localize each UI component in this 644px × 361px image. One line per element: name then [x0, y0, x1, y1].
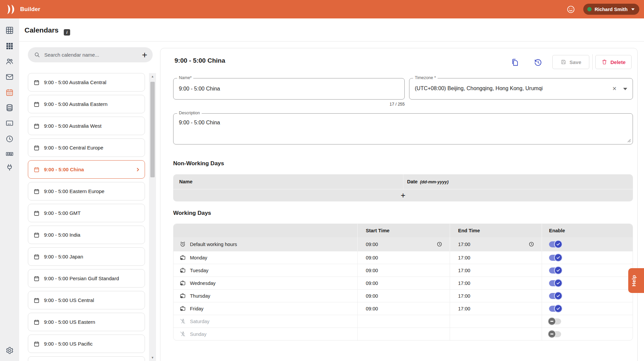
help-label: Help	[631, 275, 637, 287]
calendar-list-item[interactable]: 9:00 - 5:00 Australia Central	[28, 73, 145, 92]
end-time-value[interactable]: 17:00	[458, 242, 470, 247]
non-working-days-header: Name Date (dd-mm-yyyy)	[173, 174, 633, 189]
save-button[interactable]: Save	[552, 55, 589, 69]
start-time-value[interactable]: 09:00	[366, 293, 378, 299]
briefcase-clock-icon	[180, 293, 186, 299]
row-label: Tuesday	[190, 268, 208, 273]
check-icon	[556, 294, 560, 298]
calendar-list-item-selected[interactable]: 9:00 - 5:00 China	[28, 160, 145, 179]
delete-label: Delete	[610, 59, 626, 65]
database-icon	[5, 104, 14, 112]
enable-toggle[interactable]	[549, 318, 561, 324]
sidebar-item-users[interactable]	[5, 57, 14, 66]
description-textarea[interactable]: 9:00 - 5:00 China	[174, 114, 633, 144]
calendar-list-item[interactable]: 9:00 - 5:00 Eastern Europe	[28, 182, 145, 200]
table-row-sunday: Sunday	[174, 327, 633, 340]
calendar-list-item[interactable]: 9:00 - 5:00 US Central	[28, 291, 145, 309]
calendar-list-item[interactable]: 9:00 - 5:00 Central Europe	[28, 138, 145, 157]
calendar-name: 9:00 - 5:00 Australia Eastern	[44, 101, 107, 107]
user-menu[interactable]: Richard Smith	[583, 4, 639, 15]
start-time-value[interactable]: 09:00	[366, 268, 378, 273]
column-header-enable: Enable	[542, 224, 633, 237]
apps-grid-icon	[5, 42, 14, 50]
list-scrollbar[interactable]: ▲ ▼	[149, 73, 156, 361]
add-non-working-day-button[interactable]: +	[173, 189, 633, 201]
calendar-name: 9:00 - 5:00 Australia Central	[44, 79, 106, 85]
calendar-list-item[interactable]: 9:00 - 5:00 Japan	[28, 247, 145, 266]
header-divider	[19, 41, 644, 42]
sidebar-item-table[interactable]	[5, 26, 14, 35]
enable-toggle[interactable]	[549, 255, 561, 261]
enable-toggle[interactable]	[549, 306, 561, 312]
enable-toggle[interactable]	[549, 331, 561, 337]
sidebar-item-mail[interactable]	[5, 73, 14, 81]
check-icon	[556, 281, 560, 285]
copy-button[interactable]	[510, 58, 519, 67]
help-tab[interactable]: Help	[628, 268, 644, 293]
calendar-list-item[interactable]: 9:00 - 5:00 US Eastern	[28, 313, 145, 331]
history-button[interactable]	[534, 58, 542, 67]
time-picker-icon[interactable]	[529, 241, 534, 247]
start-time-value[interactable]: 09:00	[366, 242, 378, 247]
start-time-value[interactable]: 09:00	[366, 281, 378, 286]
time-picker-icon[interactable]	[437, 241, 442, 247]
row-label: Default working hours	[190, 242, 237, 247]
end-time-value[interactable]: 17:00	[458, 281, 470, 286]
feedback-smiley-icon[interactable]	[566, 5, 575, 14]
scroll-thumb[interactable]	[150, 82, 155, 177]
calendar-icon	[34, 145, 40, 151]
delete-button[interactable]: Delete	[595, 55, 632, 69]
search-input[interactable]	[44, 52, 138, 58]
sidebar-item-settings[interactable]	[5, 346, 14, 355]
resize-handle-icon[interactable]	[627, 139, 631, 142]
check-icon	[556, 268, 560, 273]
end-time-value[interactable]: 17:00	[458, 268, 470, 273]
enable-toggle[interactable]	[549, 241, 561, 247]
clear-icon[interactable]: ✕	[611, 85, 618, 92]
sidebar-item-apps[interactable]	[5, 42, 14, 50]
calendar-list-item-partial[interactable]	[28, 356, 145, 361]
enable-toggle[interactable]	[549, 293, 561, 299]
briefcase-clock-icon	[180, 280, 186, 286]
settings-gear-icon	[5, 346, 14, 355]
start-time-value[interactable]: 09:00	[366, 255, 378, 260]
sidebar-item-plug[interactable]	[5, 163, 14, 172]
calendar-icon	[34, 319, 40, 325]
name-input[interactable]	[174, 78, 404, 99]
sidebar-item-console[interactable]	[5, 119, 14, 127]
calendar-list-item[interactable]: 9:00 - 5:00 US Pacific	[28, 335, 145, 353]
sidebar-item-translate[interactable]	[5, 150, 14, 158]
calendar-list-item[interactable]: 9:00 - 5:00 GMT	[28, 204, 145, 222]
add-calendar-button[interactable]: +	[138, 48, 151, 62]
column-header-name: Name	[173, 179, 403, 184]
chevron-right-icon	[136, 168, 140, 172]
enable-toggle[interactable]	[549, 280, 561, 286]
timezone-value: (UTC+08:00) Beijing, Chongqing, Hong Kon…	[415, 85, 606, 92]
calendar-list-item[interactable]: 9:00 - 5:00 India	[28, 226, 145, 244]
end-time-value[interactable]: 17:00	[458, 306, 470, 311]
end-time-value[interactable]: 17:00	[458, 293, 470, 299]
dropdown-caret-icon[interactable]	[623, 88, 627, 90]
translate-icon	[5, 150, 14, 158]
scroll-up-button[interactable]: ▲	[149, 73, 156, 80]
save-icon	[560, 59, 566, 65]
enable-toggle[interactable]	[549, 267, 561, 274]
calendar-list-item[interactable]: 9:00 - 5:00 Australia Eastern	[28, 95, 145, 113]
sidebar-item-clock[interactable]	[5, 135, 14, 143]
calendar-list-item[interactable]: 9:00 - 5:00 Australia West	[28, 117, 145, 135]
sidebar-item-database[interactable]	[5, 104, 14, 112]
info-icon[interactable]: i	[64, 29, 70, 36]
timezone-field[interactable]: Timezone * (UTC+08:00) Beijing, Chongqin…	[409, 78, 633, 100]
calendar-icon	[34, 79, 40, 85]
calendar-list-item[interactable]: 9:00 - 5:00 Persian Gulf Standard	[28, 269, 145, 288]
save-label: Save	[569, 59, 581, 65]
end-time-value[interactable]: 17:00	[458, 255, 470, 260]
column-header-start-time: Start Time	[357, 224, 450, 237]
calendar-icon	[34, 210, 40, 216]
start-time-value[interactable]: 09:00	[366, 306, 378, 311]
trash-icon	[601, 59, 607, 65]
sidebar-item-calendars[interactable]	[5, 88, 14, 97]
calendar-icon	[34, 232, 40, 238]
scroll-down-button[interactable]: ▼	[149, 354, 156, 361]
row-label: Sunday	[190, 332, 206, 337]
